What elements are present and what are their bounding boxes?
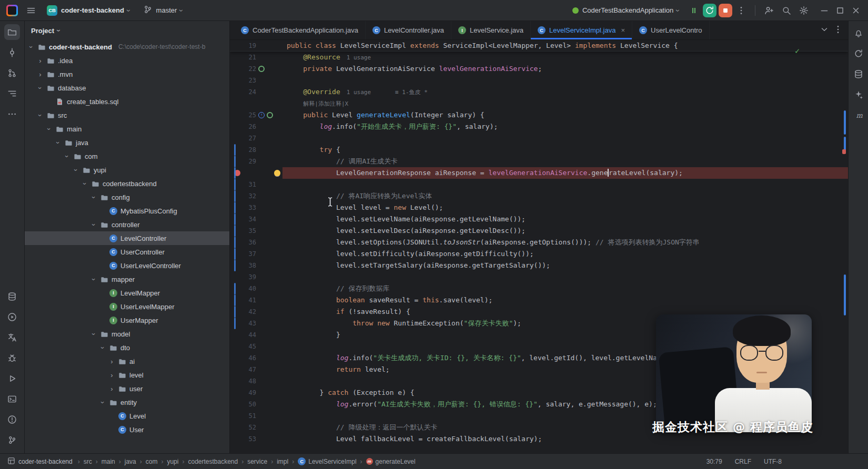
tree-item-main[interactable]: ›main [25, 122, 229, 136]
gutter[interactable]: 28 [230, 144, 282, 156]
breadcrumb-item-com[interactable]: com [146, 458, 158, 465]
line-number[interactable]: 31 [245, 179, 256, 190]
more-run-options-button[interactable] [733, 3, 749, 18]
gutter[interactable]: 50 [230, 399, 282, 410]
pause-button[interactable] [686, 3, 702, 18]
gutter[interactable]: 40 [230, 283, 282, 294]
tree-item-user[interactable]: CUser [25, 423, 229, 436]
gutter[interactable]: 43 [230, 318, 282, 329]
version-control-tool-icon[interactable] [4, 432, 20, 448]
line-number[interactable]: 36 [245, 237, 256, 248]
code-text[interactable]: public Level generateLevel(Integer salar… [282, 109, 848, 121]
breadcrumb-item-codertestbackend[interactable]: codertestbackend [188, 458, 238, 465]
gutter[interactable]: 53 [230, 433, 282, 445]
tree-item-model[interactable]: ›model [25, 327, 229, 341]
tree-chevron-icon[interactable]: › [108, 371, 115, 379]
code-text[interactable]: boolean saveResult = this.save(level); [282, 294, 848, 306]
maximize-icon[interactable] [832, 1, 848, 20]
code-line-32[interactable]: 32// 将AI响应转换为Level实体 [230, 190, 848, 202]
gutter[interactable]: 46 [230, 352, 282, 364]
tree-chevron-icon[interactable]: › [63, 153, 71, 160]
code-line-21[interactable]: 21@Resource1 usage [230, 52, 848, 63]
line-number[interactable]: 43 [245, 318, 256, 329]
tree-item-usercontroller[interactable]: CUserController [25, 245, 229, 259]
tree-item-dto[interactable]: ›dto [25, 341, 229, 354]
breadcrumb-item-generatelevel[interactable]: mgenerateLevel [366, 458, 416, 465]
code-line-41[interactable]: 41boolean saveResult = this.save(level); [230, 294, 848, 306]
code-text[interactable]: private LevelGenerationAiService levelGe… [282, 63, 848, 75]
gutter[interactable]: 49 [230, 387, 282, 399]
breadcrumb-item-impl[interactable]: impl [277, 458, 288, 465]
gutter[interactable]: 33 [230, 202, 282, 213]
breadcrumb-item-levelserviceimpl[interactable]: CLevelServiceImpl [298, 457, 356, 465]
code-text[interactable] [282, 132, 848, 144]
project-widget[interactable]: CB coder-test-backend › [42, 3, 135, 18]
inlay-hint-line[interactable]: 解释|添加注释|X [230, 98, 848, 109]
tree-item-user[interactable]: ›user [25, 382, 229, 395]
inspections-status-icon[interactable]: ✓ [795, 46, 800, 56]
tree-item-level[interactable]: CLevel [25, 409, 229, 423]
search-icon[interactable] [779, 3, 794, 18]
line-number[interactable]: 46 [245, 352, 256, 364]
code-text[interactable]: // 保存到数据库 [282, 283, 848, 294]
tree-item-level[interactable]: ›level [25, 368, 229, 382]
tree-chevron-icon[interactable]: › [36, 85, 44, 91]
code-line-31[interactable]: 31 [230, 179, 848, 190]
tree-item-ai[interactable]: ›ai [25, 354, 229, 368]
gutter[interactable]: 32 [230, 190, 282, 202]
tree-item-src[interactable]: ›src [25, 108, 229, 122]
line-number[interactable]: 29 [245, 156, 256, 167]
gutter[interactable]: 22 [230, 63, 282, 75]
main-menu-icon[interactable] [23, 3, 39, 18]
gutter[interactable]: 42 [230, 306, 282, 318]
code-text[interactable]: // 将AI响应转换为Level实体 [282, 190, 848, 202]
code-text[interactable]: log.info("开始生成关卡，用户薪资: {}", salary); [282, 121, 848, 132]
code-text[interactable]: // 调用AI生成关卡 [282, 156, 848, 167]
tree-item-levelcontroller[interactable]: CLevelController [25, 231, 229, 245]
tree-chevron-icon[interactable]: › [108, 358, 115, 365]
tree-item-yupi[interactable]: ›yupi [25, 163, 229, 177]
tree-chevron-icon[interactable]: › [45, 126, 53, 132]
spring-bean-icon[interactable] [258, 66, 265, 72]
sync-status-icon[interactable] [851, 46, 866, 62]
code-text[interactable]: 解释|添加注释|X [282, 98, 848, 109]
intention-bulb-icon[interactable] [274, 170, 280, 176]
breadcrumb-item-java[interactable]: java [125, 458, 136, 465]
code-line-24[interactable]: 24@Override1 usage≡ 1-鱼皮 * [230, 86, 848, 98]
code-with-me-icon[interactable] [761, 3, 777, 18]
line-number[interactable]: 45 [245, 341, 256, 352]
tree-item-userlevelmapper[interactable]: IUserLevelMapper [25, 300, 229, 313]
problems-tool-icon[interactable] [4, 412, 20, 427]
line-number[interactable]: 49 [245, 387, 256, 399]
rerun-button[interactable] [703, 4, 716, 17]
stop-button[interactable] [719, 4, 732, 17]
close-icon[interactable] [848, 1, 864, 20]
code-text[interactable]: level.setDifficulty(aiResponse.getDiffic… [282, 248, 848, 260]
line-number[interactable]: 28 [245, 144, 256, 156]
database-tool-icon[interactable] [4, 289, 20, 304]
tree-item-mapper[interactable]: ›mapper [25, 272, 229, 286]
line-number[interactable]: 47 [245, 364, 256, 375]
code-line-26[interactable]: 26log.info("开始生成关卡，用户薪资: {}", salary); [230, 121, 848, 132]
tree-chevron-icon[interactable]: › [108, 385, 115, 393]
line-number[interactable]: 53 [245, 433, 256, 445]
line-number[interactable]: 21 [245, 52, 256, 63]
line-number[interactable]: 19 [245, 40, 256, 52]
pull-requests-tool-icon[interactable] [4, 65, 20, 81]
debug-tool-icon[interactable] [4, 350, 20, 366]
override-icon[interactable]: ↑ [258, 112, 265, 118]
code-text[interactable]: @Resource1 usage [282, 52, 848, 63]
tree-item-database[interactable]: ›database [25, 81, 229, 95]
line-number[interactable]: 37 [245, 248, 256, 260]
gutter[interactable]: 24 [230, 86, 282, 98]
line-number[interactable]: 33 [245, 202, 256, 213]
code-text[interactable]: try { [282, 144, 848, 156]
tree-item-userlevelcontroller[interactable]: CUserLevelController [25, 259, 229, 272]
gutter[interactable]: 34 [230, 213, 282, 225]
translation-tool-icon[interactable] [4, 330, 20, 345]
code-line-37[interactable]: 37level.setDifficulty(aiResponse.getDiff… [230, 248, 848, 260]
breakpoint-icon[interactable] [234, 170, 240, 176]
gutter[interactable]: 41 [230, 294, 282, 306]
tree-item-com[interactable]: ›com [25, 149, 229, 163]
code-text[interactable] [282, 179, 848, 190]
